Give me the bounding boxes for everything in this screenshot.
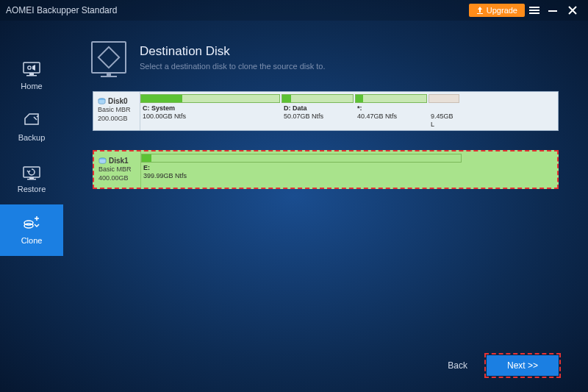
svg-rect-2 (529, 13, 539, 14)
partition[interactable]: E:399.99GB Ntfs (141, 154, 462, 185)
svg-point-12 (24, 224, 33, 228)
partition-bar (282, 94, 354, 103)
app-body: Home Backup Restore Clone (0, 21, 588, 392)
svg-rect-6 (26, 75, 37, 76)
page-subtitle: Select a destination disk to clone the s… (140, 62, 326, 71)
content-area: Destination Disk Select a destination di… (63, 21, 588, 392)
minimize-icon (548, 5, 559, 15)
menu-icon (529, 5, 539, 15)
destination-disk-icon (91, 41, 126, 74)
restore-icon (22, 164, 41, 180)
menu-button[interactable] (525, 0, 544, 21)
partition-label: E:399.99GB Ntfs (141, 163, 462, 180)
disk-list: Disk0Basic MBR200.00GBC: System100.00GB … (63, 87, 588, 189)
svg-rect-9 (29, 177, 34, 179)
footer: Back Next >> (63, 343, 588, 392)
page-header: Destination Disk Select a destination di… (63, 21, 588, 87)
home-icon (22, 61, 41, 77)
nav-backup[interactable]: Backup (0, 101, 63, 153)
svg-point-7 (28, 66, 31, 69)
svg-rect-5 (29, 73, 34, 75)
disk-icon (98, 157, 107, 165)
partition-label: D: Data50.07GB Ntfs (282, 103, 354, 121)
titlebar: AOMEI Backupper Standard Upgrade (0, 0, 588, 21)
nav-clone[interactable]: Clone (0, 204, 63, 256)
partition-bar (355, 94, 427, 103)
next-button[interactable]: Next >> (487, 355, 559, 376)
close-icon (567, 5, 578, 15)
page-title: Destination Disk (140, 44, 326, 59)
app-window: AOMEI Backupper Standard Upgrade Home Ba… (0, 0, 588, 392)
partition-label: *:40.47GB Ntfs (355, 103, 427, 121)
svg-rect-8 (24, 167, 40, 177)
disk-card[interactable]: Disk1Basic MBR400.00GBE:399.99GB Ntfs (93, 150, 559, 188)
nav-label: Clone (21, 236, 43, 245)
upgrade-label: Upgrade (487, 6, 517, 15)
partition-bar (429, 94, 459, 103)
partition[interactable]: C: System100.00GB Ntfs (140, 94, 280, 128)
nav-label: Home (21, 82, 42, 90)
partition-bar (140, 94, 280, 103)
partition-bar (141, 154, 462, 163)
upgrade-button[interactable]: Upgrade (469, 4, 525, 17)
disk-info: Disk0Basic MBR200.00GB (93, 92, 140, 130)
partition-label: 9.45GB L (429, 103, 459, 128)
disk-info: Disk1Basic MBR400.00GB (94, 152, 141, 187)
svg-rect-1 (529, 10, 539, 11)
partition[interactable]: D: Data50.07GB Ntfs (282, 94, 354, 128)
nav-restore[interactable]: Restore (0, 153, 63, 204)
close-button[interactable] (563, 0, 582, 21)
minimize-button[interactable] (544, 0, 563, 21)
app-title: AOMEI Backupper Standard (6, 5, 469, 15)
nav-label: Restore (18, 185, 46, 193)
disk-card[interactable]: Disk0Basic MBR200.00GBC: System100.00GB … (93, 91, 559, 131)
disk-icon (98, 97, 106, 105)
clone-icon (22, 215, 41, 232)
sidebar: Home Backup Restore Clone (0, 21, 63, 392)
partition-row: E:399.99GB Ntfs (141, 152, 557, 187)
backup-icon (22, 113, 41, 129)
nav-home[interactable]: Home (0, 50, 63, 101)
svg-rect-3 (548, 10, 557, 12)
back-button[interactable]: Back (437, 356, 478, 375)
nav-label: Backup (18, 133, 46, 142)
partition[interactable]: *:40.47GB Ntfs (355, 94, 427, 128)
partition[interactable]: 9.45GB L (429, 94, 459, 128)
upgrade-icon (476, 7, 484, 14)
svg-rect-0 (529, 7, 539, 8)
partition-label: C: System100.00GB Ntfs (140, 103, 280, 121)
partition-row: C: System100.00GB NtfsD: Data50.07GB Ntf… (140, 92, 558, 130)
svg-rect-4 (24, 63, 40, 73)
svg-rect-10 (27, 179, 36, 180)
